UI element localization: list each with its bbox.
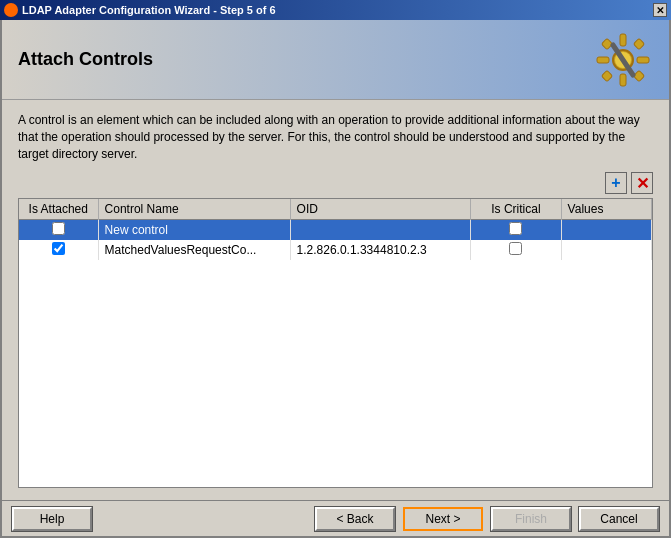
controls-toolbar: + ✕ <box>18 172 653 194</box>
table-header-row: Is Attached Control Name OID Is Critical… <box>19 199 652 220</box>
main-window: Attach Controls A c <box>0 20 671 538</box>
cancel-button[interactable]: Cancel <box>579 507 659 531</box>
close-button[interactable]: ✕ <box>653 3 667 17</box>
gear-icon <box>593 30 653 90</box>
svg-rect-2 <box>620 74 626 86</box>
checkbox-is-attached[interactable] <box>52 242 65 255</box>
svg-rect-6 <box>633 38 644 49</box>
col-header-values: Values <box>561 199 651 220</box>
remove-control-button[interactable]: ✕ <box>631 172 653 194</box>
cell-is-critical <box>471 240 561 260</box>
finish-button: Finish <box>491 507 571 531</box>
wizard-header: Attach Controls <box>2 20 669 100</box>
col-header-oid: OID <box>290 199 471 220</box>
checkbox-is-attached[interactable] <box>52 222 65 235</box>
page-title: Attach Controls <box>18 49 153 70</box>
svg-rect-3 <box>597 57 609 63</box>
cell-is-attached <box>19 220 98 241</box>
window-title: LDAP Adapter Configuration Wizard - Step… <box>22 4 276 16</box>
controls-table-container: Is Attached Control Name OID Is Critical… <box>18 198 653 488</box>
checkbox-is-critical[interactable] <box>509 222 522 235</box>
col-header-is-critical: Is Critical <box>471 199 561 220</box>
cell-control-name: MatchedValuesRequestCo... <box>98 240 290 260</box>
cell-oid: 1.2.826.0.1.3344810.2.3 <box>290 240 471 260</box>
description-text: A control is an element which can be inc… <box>18 112 653 162</box>
svg-rect-7 <box>601 70 612 81</box>
title-bar: LDAP Adapter Configuration Wizard - Step… <box>0 0 671 20</box>
add-control-button[interactable]: + <box>605 172 627 194</box>
svg-rect-4 <box>637 57 649 63</box>
cell-oid <box>290 220 471 241</box>
controls-table: Is Attached Control Name OID Is Critical… <box>19 199 652 260</box>
cell-values <box>561 220 651 241</box>
col-header-control-name: Control Name <box>98 199 290 220</box>
table-row[interactable]: New control <box>19 220 652 241</box>
back-button[interactable]: < Back <box>315 507 395 531</box>
app-icon <box>4 3 18 17</box>
content-area: A control is an element which can be inc… <box>2 100 669 500</box>
cell-is-attached <box>19 240 98 260</box>
col-header-is-attached: Is Attached <box>19 199 98 220</box>
cell-control-name: New control <box>98 220 290 241</box>
button-bar: Help < Back Next > Finish Cancel <box>2 500 669 536</box>
cell-values <box>561 240 651 260</box>
next-button[interactable]: Next > <box>403 507 483 531</box>
checkbox-is-critical[interactable] <box>509 242 522 255</box>
cell-is-critical <box>471 220 561 241</box>
help-button[interactable]: Help <box>12 507 92 531</box>
svg-rect-1 <box>620 34 626 46</box>
table-row[interactable]: MatchedValuesRequestCo...1.2.826.0.1.334… <box>19 240 652 260</box>
